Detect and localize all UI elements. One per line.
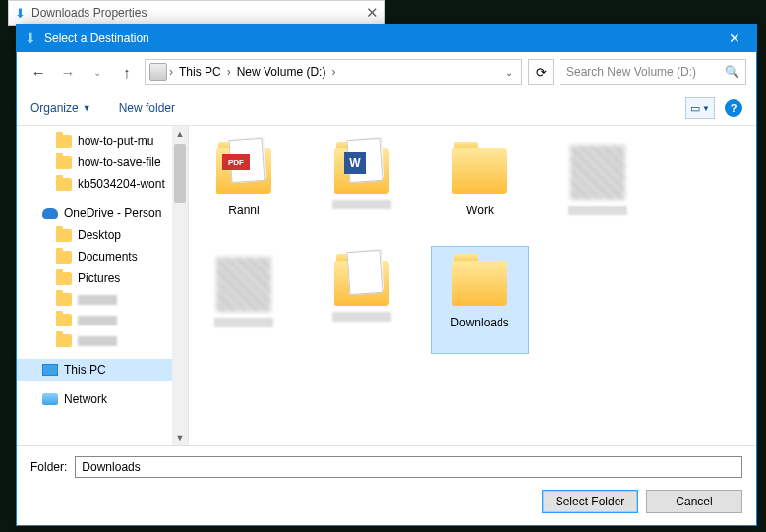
new-folder-button[interactable]: New folder <box>119 101 175 115</box>
crumb-this-pc[interactable]: This PC <box>175 65 225 79</box>
refresh-button[interactable]: ⟳ <box>528 59 554 85</box>
folder-icon <box>56 334 72 347</box>
folder-work[interactable]: Work <box>431 134 529 242</box>
address-dropdown-icon[interactable]: ⌄ <box>501 67 517 78</box>
folder-obscured[interactable]: W <box>313 134 411 242</box>
folder-label: Work <box>466 204 494 217</box>
dialog-body: how-to-put-mu how-to-save-file kb5034204… <box>17 125 756 445</box>
drive-icon <box>149 63 167 81</box>
organize-menu[interactable]: Organize ▼ <box>30 101 91 115</box>
folder-icon <box>56 293 72 306</box>
sidebar-folder[interactable]: how-to-save-file <box>17 151 188 173</box>
down-arrow-icon: ⬇ <box>15 6 26 21</box>
recent-locations-button[interactable]: ⌄ <box>86 60 109 84</box>
folder-icon <box>56 314 72 326</box>
thumbnail-obscured <box>570 145 625 200</box>
sidebar-this-pc[interactable]: This PC <box>17 359 188 381</box>
folder-icon <box>56 178 72 191</box>
folder-icon <box>334 261 389 306</box>
search-placeholder: Search New Volume (D:) <box>566 65 696 79</box>
search-icon[interactable]: 🔍 <box>725 65 739 79</box>
sidebar-onedrive[interactable]: OneDrive - Person <box>17 203 188 224</box>
select-destination-dialog: ⬇ Select a Destination ✕ ← → ⌄ ↑ › This … <box>16 24 757 526</box>
sidebar-network[interactable]: Network <box>17 388 188 410</box>
thumbnail-obscured <box>216 257 271 312</box>
help-button[interactable]: ? <box>725 99 742 117</box>
sidebar-folder-obscured[interactable] <box>17 289 188 310</box>
navigation-row: ← → ⌄ ↑ › This PC › New Volume (D:) › ⌄ … <box>17 52 756 91</box>
parent-close-icon[interactable]: ✕ <box>366 4 379 22</box>
cancel-button[interactable]: Cancel <box>646 490 742 513</box>
parent-window-titlebar: ⬇ Downloads Properties ✕ <box>8 0 385 26</box>
pdf-icon: PDF <box>222 154 250 170</box>
folder-icon <box>56 272 72 285</box>
folder-obscured[interactable] <box>549 134 647 242</box>
dialog-title: Select a Destination <box>44 31 149 45</box>
view-options-button[interactable]: ▭ ▼ <box>685 97 715 119</box>
up-button[interactable]: ↑ <box>115 60 139 84</box>
network-icon <box>42 393 58 405</box>
folder-icon <box>56 229 72 242</box>
select-folder-button[interactable]: Select Folder <box>542 490 638 513</box>
search-input[interactable]: Search New Volume (D:) 🔍 <box>560 59 746 85</box>
crumb-drive[interactable]: New Volume (D:) <box>233 65 330 79</box>
parent-window-title: Downloads Properties <box>31 6 147 20</box>
sidebar-scrollbar[interactable]: ▲ ▼ <box>172 126 188 445</box>
navigation-sidebar: how-to-put-mu how-to-save-file kb5034204… <box>17 126 189 445</box>
sidebar-folder[interactable]: how-to-put-mu <box>17 130 188 151</box>
sidebar-folder[interactable]: kb5034204-wont <box>17 173 188 195</box>
back-button[interactable]: ← <box>27 60 50 84</box>
folder-icon <box>452 261 507 306</box>
folder-label-obscured <box>332 312 391 322</box>
folder-icon <box>56 156 72 169</box>
onedrive-icon <box>42 208 58 219</box>
chevron-right-icon[interactable]: › <box>169 65 173 79</box>
scroll-down-icon[interactable]: ▼ <box>172 430 188 445</box>
folder-label: Folder: <box>30 460 67 474</box>
folder-label-obscured <box>332 200 391 209</box>
folder-label-obscured <box>214 318 273 327</box>
folder-icon <box>56 135 72 148</box>
chevron-down-icon: ▼ <box>83 103 91 113</box>
sidebar-folder-obscured[interactable] <box>17 310 188 330</box>
close-button[interactable]: ✕ <box>713 25 756 52</box>
scroll-thumb[interactable] <box>174 144 186 203</box>
chevron-right-icon[interactable]: › <box>227 65 231 79</box>
sidebar-onedrive-documents[interactable]: Documents <box>17 246 188 267</box>
folder-label: Ranni <box>228 204 259 217</box>
scroll-up-icon[interactable]: ▲ <box>172 126 188 142</box>
folder-obscured[interactable] <box>313 246 411 354</box>
folder-icon <box>452 148 507 194</box>
toolbar: Organize ▼ New folder ▭ ▼ ? <box>17 91 756 125</box>
folder-label-obscured <box>568 206 627 215</box>
sidebar-onedrive-desktop[interactable]: Desktop <box>17 224 188 246</box>
folder-icon: PDF <box>216 148 271 194</box>
folder-obscured[interactable] <box>195 246 293 354</box>
folder-ranni[interactable]: PDF Ranni <box>195 134 293 242</box>
down-arrow-icon: ⬇ <box>25 30 36 46</box>
folder-downloads[interactable]: Downloads <box>431 246 529 354</box>
folder-icon: W <box>334 148 389 194</box>
forward-button[interactable]: → <box>56 60 80 84</box>
file-pane[interactable]: PDF Ranni W Work <box>189 126 756 445</box>
chevron-right-icon[interactable]: › <box>331 65 335 79</box>
pc-icon <box>42 364 58 376</box>
dialog-footer: Folder: Select Folder Cancel <box>17 445 756 525</box>
dialog-titlebar: ⬇ Select a Destination ✕ <box>17 25 756 52</box>
address-bar[interactable]: › This PC › New Volume (D:) › ⌄ <box>145 59 522 85</box>
word-icon: W <box>344 152 366 174</box>
folder-icon <box>56 251 72 264</box>
folder-name-input[interactable] <box>75 456 742 478</box>
folder-label: Downloads <box>450 316 508 329</box>
sidebar-folder-obscured[interactable] <box>17 330 188 351</box>
sidebar-onedrive-pictures[interactable]: Pictures <box>17 267 188 289</box>
